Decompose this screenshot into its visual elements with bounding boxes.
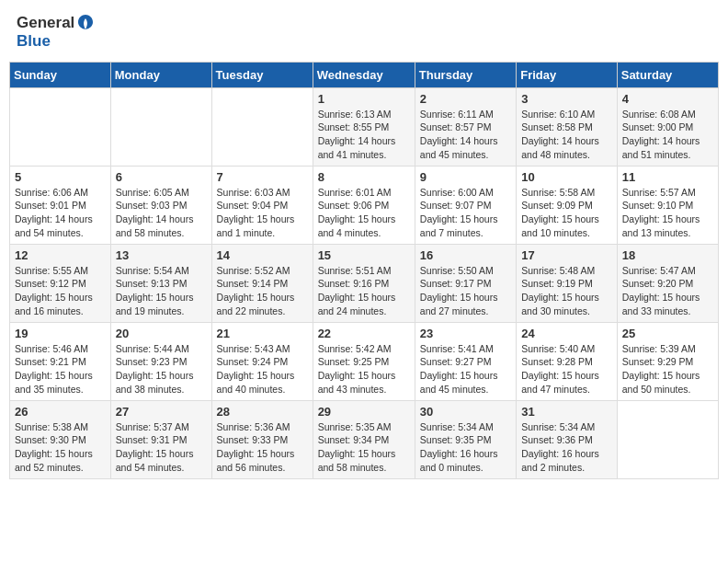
cell-content: Sunrise: 5:48 AM Sunset: 9:19 PM Dayligh… <box>521 264 612 318</box>
day-number: 10 <box>521 170 612 184</box>
cell-content: Sunrise: 5:34 AM Sunset: 9:35 PM Dayligh… <box>420 420 511 475</box>
calendar-cell: 26Sunrise: 5:38 AM Sunset: 9:30 PM Dayli… <box>10 400 111 478</box>
logo-general-text: General <box>17 15 74 32</box>
calendar-cell: 27Sunrise: 5:37 AM Sunset: 9:31 PM Dayli… <box>110 400 211 478</box>
day-header-wednesday: Wednesday <box>313 62 415 87</box>
day-header-monday: Monday <box>110 62 211 87</box>
cell-content: Sunrise: 6:13 AM Sunset: 8:55 PM Dayligh… <box>318 108 410 162</box>
week-row-1: 1Sunrise: 6:13 AM Sunset: 8:55 PM Daylig… <box>10 87 719 166</box>
cell-content: Sunrise: 5:52 AM Sunset: 9:14 PM Dayligh… <box>217 264 308 318</box>
calendar-cell: 16Sunrise: 5:50 AM Sunset: 9:17 PM Dayli… <box>415 244 516 322</box>
cell-content: Sunrise: 5:51 AM Sunset: 9:16 PM Dayligh… <box>318 264 410 318</box>
day-number: 23 <box>420 327 511 340</box>
calendar-cell: 31Sunrise: 5:34 AM Sunset: 9:36 PM Dayli… <box>517 400 618 478</box>
cell-content: Sunrise: 6:08 AM Sunset: 9:00 PM Dayligh… <box>622 108 713 162</box>
calendar-cell: 6Sunrise: 6:05 AM Sunset: 9:03 PM Daylig… <box>110 166 211 244</box>
cell-content: Sunrise: 5:44 AM Sunset: 9:23 PM Dayligh… <box>116 342 207 396</box>
calendar-cell: 11Sunrise: 5:57 AM Sunset: 9:10 PM Dayli… <box>617 166 718 244</box>
cell-content: Sunrise: 5:54 AM Sunset: 9:13 PM Dayligh… <box>116 264 207 318</box>
cell-content: Sunrise: 5:42 AM Sunset: 9:25 PM Dayligh… <box>318 342 410 396</box>
day-number: 25 <box>622 327 713 340</box>
day-number: 31 <box>521 405 612 419</box>
day-header-saturday: Saturday <box>617 62 718 87</box>
day-number: 1 <box>318 92 410 106</box>
day-number: 17 <box>521 248 612 262</box>
day-number: 27 <box>116 405 207 419</box>
cell-content: Sunrise: 6:00 AM Sunset: 9:07 PM Dayligh… <box>420 186 511 240</box>
calendar-cell: 5Sunrise: 6:06 AM Sunset: 9:01 PM Daylig… <box>10 166 111 244</box>
calendar-cell: 18Sunrise: 5:47 AM Sunset: 9:20 PM Dayli… <box>617 244 718 322</box>
week-row-3: 12Sunrise: 5:55 AM Sunset: 9:12 PM Dayli… <box>10 244 719 322</box>
day-header-sunday: Sunday <box>10 62 111 87</box>
calendar-cell: 14Sunrise: 5:52 AM Sunset: 9:14 PM Dayli… <box>211 244 313 322</box>
page-header: General Blue <box>9 9 719 54</box>
cell-content: Sunrise: 5:43 AM Sunset: 9:24 PM Dayligh… <box>217 342 308 396</box>
cell-content: Sunrise: 5:50 AM Sunset: 9:17 PM Dayligh… <box>420 264 511 318</box>
day-number: 8 <box>318 170 410 184</box>
day-number: 30 <box>420 405 511 419</box>
cell-content: Sunrise: 6:11 AM Sunset: 8:57 PM Dayligh… <box>420 108 511 162</box>
cell-content: Sunrise: 5:55 AM Sunset: 9:12 PM Dayligh… <box>15 264 106 318</box>
logo-wordmark: General Blue <box>17 13 95 51</box>
calendar-cell: 15Sunrise: 5:51 AM Sunset: 9:16 PM Dayli… <box>313 244 415 322</box>
calendar-cell <box>10 87 111 166</box>
cell-content: Sunrise: 6:03 AM Sunset: 9:04 PM Dayligh… <box>217 186 308 240</box>
cell-content: Sunrise: 5:46 AM Sunset: 9:21 PM Dayligh… <box>15 342 106 396</box>
cell-content: Sunrise: 5:41 AM Sunset: 9:27 PM Dayligh… <box>420 342 511 396</box>
calendar-cell: 4Sunrise: 6:08 AM Sunset: 9:00 PM Daylig… <box>617 87 718 166</box>
logo-bird-icon <box>76 13 95 31</box>
calendar-cell: 10Sunrise: 5:58 AM Sunset: 9:09 PM Dayli… <box>517 166 618 244</box>
calendar-cell: 30Sunrise: 5:34 AM Sunset: 9:35 PM Dayli… <box>415 400 516 478</box>
day-number: 11 <box>622 170 713 184</box>
day-number: 21 <box>217 327 308 340</box>
day-number: 7 <box>217 170 308 184</box>
calendar-cell <box>617 400 718 478</box>
cell-content: Sunrise: 5:58 AM Sunset: 9:09 PM Dayligh… <box>521 186 612 240</box>
day-number: 4 <box>622 92 713 106</box>
calendar-cell: 3Sunrise: 6:10 AM Sunset: 8:58 PM Daylig… <box>517 87 618 166</box>
cell-content: Sunrise: 6:05 AM Sunset: 9:03 PM Dayligh… <box>116 186 207 240</box>
cell-content: Sunrise: 5:37 AM Sunset: 9:31 PM Dayligh… <box>116 420 207 475</box>
cell-content: Sunrise: 5:57 AM Sunset: 9:10 PM Dayligh… <box>622 186 713 240</box>
day-number: 13 <box>116 248 207 262</box>
calendar-cell: 1Sunrise: 6:13 AM Sunset: 8:55 PM Daylig… <box>313 87 415 166</box>
calendar-cell: 21Sunrise: 5:43 AM Sunset: 9:24 PM Dayli… <box>211 322 313 400</box>
header-row: SundayMondayTuesdayWednesdayThursdayFrid… <box>10 62 719 87</box>
calendar-cell: 17Sunrise: 5:48 AM Sunset: 9:19 PM Dayli… <box>517 244 618 322</box>
week-row-4: 19Sunrise: 5:46 AM Sunset: 9:21 PM Dayli… <box>10 322 719 400</box>
cell-content: Sunrise: 5:36 AM Sunset: 9:33 PM Dayligh… <box>217 420 308 475</box>
day-header-friday: Friday <box>517 62 618 87</box>
day-number: 18 <box>622 248 713 262</box>
calendar-cell: 20Sunrise: 5:44 AM Sunset: 9:23 PM Dayli… <box>110 322 211 400</box>
week-row-2: 5Sunrise: 6:06 AM Sunset: 9:01 PM Daylig… <box>10 166 719 244</box>
day-number: 2 <box>420 92 511 106</box>
day-number: 15 <box>318 248 410 262</box>
calendar-cell: 25Sunrise: 5:39 AM Sunset: 9:29 PM Dayli… <box>617 322 718 400</box>
day-number: 22 <box>318 327 410 340</box>
day-number: 16 <box>420 248 511 262</box>
week-row-5: 26Sunrise: 5:38 AM Sunset: 9:30 PM Dayli… <box>10 400 719 478</box>
calendar-cell <box>110 87 211 166</box>
day-header-tuesday: Tuesday <box>211 62 313 87</box>
calendar-cell: 2Sunrise: 6:11 AM Sunset: 8:57 PM Daylig… <box>415 87 516 166</box>
calendar-cell: 8Sunrise: 6:01 AM Sunset: 9:06 PM Daylig… <box>313 166 415 244</box>
logo-blue-text: Blue <box>17 32 51 50</box>
calendar-cell: 23Sunrise: 5:41 AM Sunset: 9:27 PM Dayli… <box>415 322 516 400</box>
calendar-cell <box>211 87 313 166</box>
calendar-cell: 29Sunrise: 5:35 AM Sunset: 9:34 PM Dayli… <box>313 400 415 478</box>
day-number: 20 <box>116 327 207 340</box>
day-number: 26 <box>15 405 106 419</box>
day-number: 6 <box>116 170 207 184</box>
calendar-cell: 19Sunrise: 5:46 AM Sunset: 9:21 PM Dayli… <box>10 322 111 400</box>
calendar-cell: 13Sunrise: 5:54 AM Sunset: 9:13 PM Dayli… <box>110 244 211 322</box>
calendar-cell: 9Sunrise: 6:00 AM Sunset: 9:07 PM Daylig… <box>415 166 516 244</box>
cell-content: Sunrise: 5:39 AM Sunset: 9:29 PM Dayligh… <box>622 342 713 396</box>
cell-content: Sunrise: 5:35 AM Sunset: 9:34 PM Dayligh… <box>318 420 410 475</box>
calendar-cell: 24Sunrise: 5:40 AM Sunset: 9:28 PM Dayli… <box>517 322 618 400</box>
cell-content: Sunrise: 6:01 AM Sunset: 9:06 PM Dayligh… <box>318 186 410 240</box>
day-number: 5 <box>15 170 106 184</box>
calendar-cell: 12Sunrise: 5:55 AM Sunset: 9:12 PM Dayli… <box>10 244 111 322</box>
day-number: 9 <box>420 170 511 184</box>
cell-content: Sunrise: 5:47 AM Sunset: 9:20 PM Dayligh… <box>622 264 713 318</box>
calendar-table: SundayMondayTuesdayWednesdayThursdayFrid… <box>9 62 719 479</box>
